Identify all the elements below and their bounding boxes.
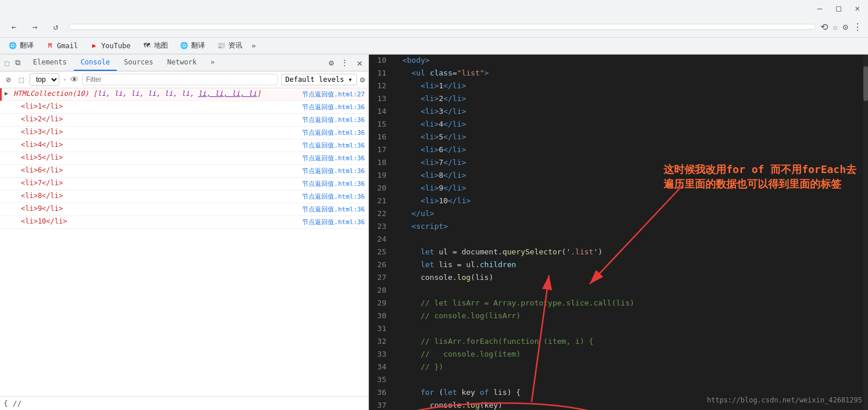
li6-arrow bbox=[0, 165, 9, 168]
line-content-24[interactable] bbox=[393, 233, 868, 244]
li3-file-link[interactable]: 节点返回值.html:36 bbox=[299, 127, 368, 139]
line-content-10[interactable]: <body> bbox=[393, 55, 868, 66]
code-line-17: 17 <li>6</li> bbox=[369, 144, 868, 157]
code-line-35: 35 bbox=[369, 374, 868, 387]
filter-input[interactable] bbox=[82, 74, 278, 85]
line-number-31: 31 bbox=[369, 323, 393, 333]
line-content-29[interactable]: // let lisArr = Array.prototype.slice.ca… bbox=[393, 297, 868, 308]
li2-arrow bbox=[0, 114, 9, 117]
console-prohibit-icon[interactable]: ⊘ bbox=[3, 74, 13, 85]
line-content-22[interactable]: </ul> bbox=[393, 208, 868, 219]
back-button[interactable]: ← bbox=[6, 19, 22, 35]
li7-file-link[interactable]: 节点返回值.html:36 bbox=[299, 178, 368, 190]
browser-chrome: — □ ✕ ← → ↺ ⟲ ☆ ⊙ ⋮ 🌐 翻译 M Gmail ▶ YouTu… bbox=[0, 0, 868, 55]
translate-toolbar-icon[interactable]: ⟲ bbox=[820, 21, 828, 33]
li4-file-link[interactable]: 节点返回值.html:36 bbox=[299, 139, 368, 152]
line-content-13[interactable]: <li>2</li> bbox=[393, 93, 868, 104]
li6-file-link[interactable]: 节点返回值.html:36 bbox=[299, 165, 368, 177]
line-content-34[interactable]: // }) bbox=[393, 361, 868, 372]
bookmark-maps-label: 地图 bbox=[154, 41, 168, 51]
bookmark-gmail[interactable]: M Gmail bbox=[43, 40, 80, 52]
line-content-14[interactable]: <li>3</li> bbox=[393, 106, 868, 117]
code-editor[interactable]: 10 <body>11 <ul class="list">12 <li>1</l… bbox=[369, 55, 868, 410]
minimize-button[interactable]: — bbox=[814, 2, 826, 14]
tab-sources[interactable]: Sources bbox=[117, 55, 160, 71]
code-line-22: 22 </ul> bbox=[369, 208, 868, 221]
console-eye-icon[interactable]: 👁 bbox=[70, 75, 78, 84]
bookmark-youtube[interactable]: ▶ YouTube bbox=[87, 40, 133, 52]
collection-content: HTMLCollection(10) [li, li, li, li, li, … bbox=[11, 88, 299, 99]
line-content-26[interactable]: let lis = ul.children bbox=[393, 259, 868, 270]
scrollbar-thumb[interactable] bbox=[863, 66, 868, 101]
tab-network[interactable]: Network bbox=[160, 55, 204, 71]
li5-file-link[interactable]: 节点返回值.html:36 bbox=[299, 152, 368, 164]
line-number-28: 28 bbox=[369, 285, 393, 294]
line-content-27[interactable]: console.log(lis) bbox=[393, 272, 868, 283]
close-button[interactable]: ✕ bbox=[852, 2, 863, 14]
code-line-26: 26 let lis = ul.children bbox=[369, 259, 868, 272]
line-content-23[interactable]: <script> bbox=[393, 221, 868, 232]
li9-content: <li>9</li> bbox=[9, 203, 299, 214]
line-content-31[interactable] bbox=[393, 323, 868, 334]
menu-icon[interactable]: ⋮ bbox=[853, 21, 862, 33]
bookmark-translate2[interactable]: 🌐 翻译 bbox=[177, 39, 207, 52]
devtools-inspect-icon[interactable]: ⬚ bbox=[2, 56, 12, 70]
console-filter-icon[interactable]: ⬚ bbox=[16, 74, 26, 85]
line-number-23: 23 bbox=[369, 221, 393, 231]
more-bookmarks-button[interactable]: » bbox=[252, 41, 256, 50]
li1-file-link[interactable]: 节点返回值.html:36 bbox=[299, 101, 368, 113]
bookmark-icon[interactable]: ☆ bbox=[833, 21, 838, 33]
console-input[interactable] bbox=[25, 399, 365, 408]
code-line-21: 21 <li>10</li> bbox=[369, 195, 868, 208]
line-content-16[interactable]: <li>5</li> bbox=[393, 131, 868, 142]
li3-content: <li>3</li> bbox=[9, 127, 299, 137]
address-bar[interactable] bbox=[69, 24, 816, 30]
bookmark-translate[interactable]: 🌐 翻译 bbox=[6, 39, 36, 52]
line-content-30[interactable]: // console.log(lisArr) bbox=[393, 310, 868, 321]
bookmarks-bar: 🌐 翻译 M Gmail ▶ YouTube 🗺 地图 🌐 翻译 📰 资讯 » bbox=[0, 38, 868, 54]
line-content-32[interactable]: // lisArr.forEach(function (item, i) { bbox=[393, 336, 868, 347]
line-number-17: 17 bbox=[369, 144, 393, 154]
reload-button[interactable]: ↺ bbox=[48, 19, 64, 35]
line-content-25[interactable]: let ul = document.querySelector('.list') bbox=[393, 246, 868, 257]
collection-file-link[interactable]: 节点返回值.html:27 bbox=[299, 88, 368, 100]
line-content-17[interactable]: <li>6</li> bbox=[393, 144, 868, 155]
li8-file-link[interactable]: 节点返回值.html:36 bbox=[299, 190, 368, 203]
devtools-device-icon[interactable]: ⧉ bbox=[13, 56, 23, 70]
tab-elements[interactable]: Elements bbox=[26, 55, 74, 71]
line-number-13: 13 bbox=[369, 93, 393, 103]
browser-toolbar: ← → ↺ ⟲ ☆ ⊙ ⋮ bbox=[0, 16, 868, 38]
context-selector[interactable]: top bbox=[30, 73, 59, 86]
devtools-close-button[interactable]: ✕ bbox=[353, 56, 366, 70]
maximize-button[interactable]: □ bbox=[833, 2, 844, 14]
line-content-35[interactable] bbox=[393, 374, 868, 385]
collection-arrow[interactable]: ▶ bbox=[2, 88, 11, 98]
li9-file-link[interactable]: 节点返回值.html:36 bbox=[299, 203, 368, 215]
line-number-10: 10 bbox=[369, 55, 393, 64]
default-levels-button[interactable]: Default levels ▾ bbox=[281, 74, 357, 85]
tab-more[interactable]: » bbox=[203, 55, 221, 71]
li5-arrow bbox=[0, 152, 9, 156]
account-icon[interactable]: ⊙ bbox=[842, 21, 848, 33]
bookmark-news[interactable]: 📰 资讯 bbox=[214, 39, 245, 52]
li2-file-link[interactable]: 节点返回值.html:36 bbox=[299, 114, 368, 126]
bookmark-maps[interactable]: 🗺 地图 bbox=[140, 39, 170, 52]
devtools-overflow-icon[interactable]: ⋮ bbox=[338, 56, 351, 70]
li6-content: <li>6</li> bbox=[9, 165, 299, 175]
code-annotation: 这时候我改用for of 而不用forEach去 遍历里面的数据也可以得到里面的… bbox=[663, 162, 856, 191]
console-gear-icon[interactable]: ⚙ bbox=[360, 75, 365, 84]
bookmark-translate-label: 翻译 bbox=[20, 41, 34, 51]
forward-button[interactable]: → bbox=[27, 19, 43, 35]
line-content-21[interactable]: <li>10</li> bbox=[393, 195, 868, 206]
line-content-33[interactable]: // console.log(item) bbox=[393, 348, 868, 359]
tab-console[interactable]: Console bbox=[74, 55, 117, 71]
line-content-12[interactable]: <li>1</li> bbox=[393, 80, 868, 91]
devtools-settings-icon[interactable]: ⚙ bbox=[327, 56, 336, 70]
line-content-11[interactable]: <ul class="list"> bbox=[393, 67, 868, 78]
bookmark-news-label: 资讯 bbox=[228, 41, 242, 51]
line-content-28[interactable] bbox=[393, 285, 868, 296]
code-line-15: 15 <li>4</li> bbox=[369, 118, 868, 131]
editor-scrollbar[interactable] bbox=[863, 55, 868, 410]
line-content-15[interactable]: <li>4</li> bbox=[393, 118, 868, 130]
li10-file-link[interactable]: 节点返回值.html:36 bbox=[299, 216, 368, 228]
